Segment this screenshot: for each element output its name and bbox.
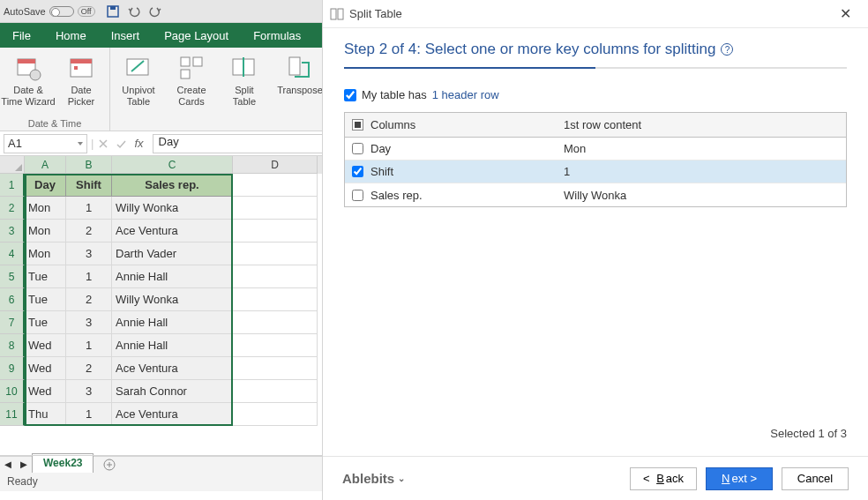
close-button[interactable]: ✕: [829, 5, 861, 22]
cell[interactable]: 1: [66, 265, 112, 288]
undo-icon[interactable]: [127, 4, 141, 19]
back-button[interactable]: < Back: [630, 467, 697, 490]
column-checkbox[interactable]: [352, 190, 363, 201]
date-time-wizard-button[interactable]: Date & Time Wizard: [4, 49, 53, 118]
column-checkbox[interactable]: [352, 166, 363, 177]
row-header[interactable]: 3: [0, 220, 25, 243]
scroll-right-icon[interactable]: ►: [16, 458, 32, 472]
cell[interactable]: Willy Wonka: [112, 197, 233, 220]
cell[interactable]: [233, 243, 318, 265]
col-header-b[interactable]: B: [66, 156, 112, 174]
cell[interactable]: [233, 197, 318, 220]
cell[interactable]: Ace Ventura: [112, 403, 233, 426]
row-header[interactable]: 7: [0, 311, 25, 334]
cell[interactable]: Wed: [25, 380, 66, 403]
enter-formula-icon[interactable]: [115, 138, 127, 150]
scroll-left-icon[interactable]: ◄: [0, 458, 16, 472]
cell[interactable]: [233, 380, 318, 403]
unpivot-table-button[interactable]: Unpivot Table: [114, 49, 163, 118]
add-sheet-button[interactable]: [101, 459, 118, 471]
tab-home[interactable]: Home: [43, 23, 99, 48]
cell[interactable]: 3: [66, 380, 112, 403]
cell[interactable]: [233, 403, 318, 426]
transpose-button[interactable]: Transpose: [273, 49, 327, 118]
cell[interactable]: Wed: [25, 357, 66, 380]
cell[interactable]: Mon: [25, 197, 66, 220]
cell[interactable]: [233, 357, 318, 380]
cancel-formula-icon[interactable]: [97, 138, 109, 150]
name-box[interactable]: A1: [4, 134, 87, 153]
cell[interactable]: [233, 288, 318, 311]
cell[interactable]: 1: [66, 197, 112, 220]
row-header[interactable]: 2: [0, 197, 25, 220]
cell[interactable]: 1: [66, 334, 112, 357]
cell[interactable]: 3: [66, 311, 112, 334]
fx-label[interactable]: fx: [134, 137, 143, 150]
cell[interactable]: Annie Hall: [112, 265, 233, 288]
column-row[interactable]: Sales rep.Willy Wonka: [345, 183, 846, 206]
cell[interactable]: 2: [66, 288, 112, 311]
date-picker-button[interactable]: Date Picker: [56, 49, 106, 118]
cell[interactable]: 2: [66, 220, 112, 243]
select-all-cell[interactable]: [0, 156, 25, 174]
tab-page-layout[interactable]: Page Layout: [152, 23, 241, 48]
cancel-button[interactable]: Cancel: [782, 467, 849, 490]
row-header[interactable]: 8: [0, 334, 25, 357]
brand-dropdown[interactable]: Ablebits ⌄: [342, 471, 405, 486]
cell[interactable]: Thu: [25, 403, 66, 426]
cell[interactable]: Mon: [25, 220, 66, 243]
split-table-button[interactable]: Split Table: [220, 49, 269, 118]
cell[interactable]: [233, 220, 318, 243]
select-all-checkbox[interactable]: [352, 119, 363, 131]
row-header[interactable]: 1: [0, 174, 25, 197]
cell[interactable]: Mon: [25, 243, 66, 265]
column-row[interactable]: DayMon: [345, 138, 846, 160]
cell[interactable]: Tue: [25, 311, 66, 334]
cell[interactable]: [233, 311, 318, 334]
cell[interactable]: Ace Ventura: [112, 357, 233, 380]
cell[interactable]: Tue: [25, 265, 66, 288]
row-header[interactable]: 6: [0, 288, 25, 311]
cell[interactable]: Shift: [66, 174, 112, 197]
cell[interactable]: [233, 174, 318, 197]
header-row-link[interactable]: 1 header row: [432, 88, 499, 101]
cell[interactable]: Annie Hall: [112, 311, 233, 334]
step-title-text: Step 2 of 4: Select one or more key colu…: [344, 41, 715, 58]
header-row-checkbox-row[interactable]: My table has 1 header row: [344, 88, 847, 101]
cell[interactable]: Day: [25, 174, 66, 197]
cell[interactable]: Ace Ventura: [112, 220, 233, 243]
cell[interactable]: [233, 334, 318, 357]
cell[interactable]: 1: [66, 403, 112, 426]
tab-formulas[interactable]: Formulas: [241, 23, 313, 48]
create-cards-button[interactable]: Create Cards: [167, 49, 216, 118]
row-header[interactable]: 5: [0, 265, 25, 288]
row-header[interactable]: 10: [0, 380, 25, 403]
col-header-c[interactable]: C: [112, 156, 233, 174]
cell[interactable]: Wed: [25, 334, 66, 357]
dialog-footer: Ablebits ⌄ < Back Next > Cancel: [323, 456, 868, 500]
column-checkbox[interactable]: [352, 143, 363, 154]
redo-icon[interactable]: [148, 4, 162, 19]
cell[interactable]: Willy Wonka: [112, 288, 233, 311]
next-button[interactable]: Next >: [706, 467, 773, 490]
header-row-checkbox[interactable]: [344, 89, 356, 101]
autosave-toggle[interactable]: AutoSave Off: [4, 6, 95, 17]
col-header-a[interactable]: A: [25, 156, 66, 174]
cell[interactable]: Sales rep.: [112, 174, 233, 197]
cell[interactable]: Annie Hall: [112, 334, 233, 357]
cell[interactable]: [233, 265, 318, 288]
cell[interactable]: 3: [66, 243, 112, 265]
row-header[interactable]: 11: [0, 403, 25, 426]
help-icon[interactable]: ?: [721, 43, 733, 56]
tab-insert[interactable]: Insert: [99, 23, 153, 48]
save-icon[interactable]: [106, 4, 120, 19]
cell[interactable]: Darth Vader: [112, 243, 233, 265]
tab-file[interactable]: File: [0, 23, 43, 48]
cell[interactable]: Sarah Connor: [112, 380, 233, 403]
cell[interactable]: 2: [66, 357, 112, 380]
cell[interactable]: Tue: [25, 288, 66, 311]
row-header[interactable]: 9: [0, 357, 25, 380]
col-header-d[interactable]: D: [233, 156, 318, 174]
column-row[interactable]: Shift1: [345, 160, 846, 183]
row-header[interactable]: 4: [0, 243, 25, 265]
